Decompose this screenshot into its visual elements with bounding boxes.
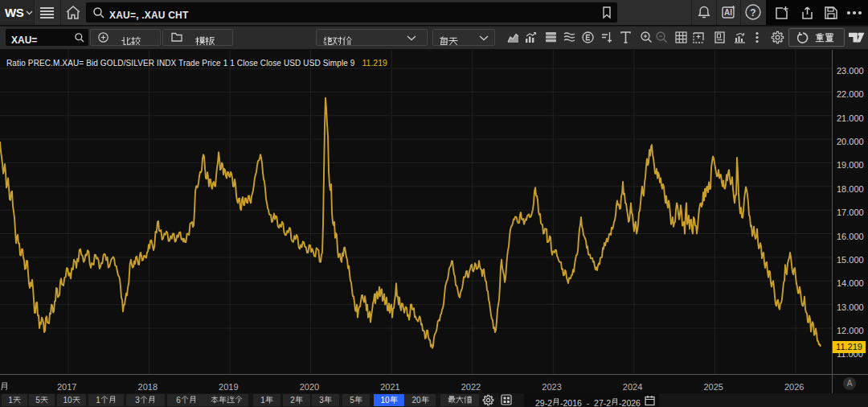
svg-text:?: ? (750, 7, 755, 18)
svg-text:AI: AI (724, 8, 732, 17)
